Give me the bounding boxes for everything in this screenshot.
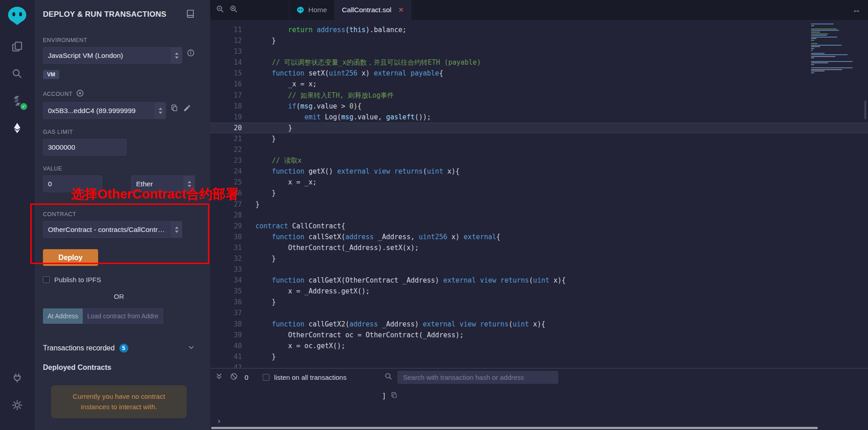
code-line[interactable]: 20 } (210, 123, 868, 133)
search-icon[interactable] (7, 63, 28, 84)
line-number[interactable]: 22 (210, 144, 242, 155)
settings-icon[interactable] (7, 395, 28, 416)
remix-logo[interactable] (7, 5, 28, 26)
publish-ipfs-checkbox[interactable] (43, 276, 50, 283)
code-line[interactable]: 33 (210, 264, 868, 275)
line-number[interactable]: 39 (210, 330, 242, 340)
line-number[interactable]: 36 (210, 297, 242, 307)
chevron-down-icon[interactable] (188, 344, 195, 353)
line-number[interactable]: 34 (210, 275, 242, 286)
at-address-button[interactable]: At Address (43, 308, 83, 324)
gas-limit-input[interactable] (43, 139, 127, 156)
line-number[interactable]: 29 (210, 221, 242, 232)
code-line[interactable]: 14 // 可以调整状态变量_x的函数，并且可以往合约转ETH (payable… (210, 57, 868, 68)
terminal-prompt[interactable]: › (217, 416, 222, 425)
line-number[interactable]: 31 (210, 242, 242, 253)
line-number[interactable]: 35 (210, 286, 242, 297)
code-line[interactable]: 11 return address(this).balance; (210, 24, 868, 35)
line-number[interactable]: 13 (210, 46, 242, 57)
line-number[interactable]: 11 (210, 24, 242, 35)
minimap[interactable] (811, 24, 856, 75)
code-line[interactable]: 25 x = _x; (210, 177, 868, 188)
solidity-compiler-icon[interactable]: ✓ (7, 90, 28, 111)
code-editor[interactable]: 11 return address(this).balance;12 }1314… (210, 20, 868, 368)
line-number[interactable]: 26 (210, 188, 242, 198)
code-line[interactable]: 38 function callGetX2(address _Address) … (210, 319, 868, 330)
zoom-out-icon[interactable] (216, 5, 225, 15)
line-number[interactable]: 42 (210, 362, 242, 368)
account-select[interactable]: 0x5B3...eddC4 (89.9999999 (43, 102, 166, 119)
code-line[interactable]: 41 } (210, 351, 868, 362)
line-number[interactable]: 41 (210, 351, 242, 362)
code-line[interactable]: 15 function setX(uint256 x) external pay… (210, 68, 868, 79)
line-number[interactable]: 15 (210, 68, 242, 79)
line-number[interactable]: 30 (210, 232, 242, 242)
value-unit-select[interactable]: Ether (131, 175, 195, 192)
line-number[interactable]: 32 (210, 253, 242, 264)
tab-home[interactable]: Home (289, 0, 335, 20)
line-number[interactable]: 25 (210, 177, 242, 188)
code-line[interactable]: 24 function getX() external view returns… (210, 166, 868, 177)
line-number[interactable]: 38 (210, 319, 242, 330)
code-line[interactable]: 17 // 如果转入ETH, 则释放Log事件 (210, 90, 868, 101)
listen-transactions-checkbox[interactable] (263, 374, 269, 381)
line-number[interactable]: 12 (210, 35, 242, 46)
code-line[interactable]: 42 (210, 362, 868, 368)
deploy-button[interactable]: Deploy (43, 249, 98, 266)
terminal-output[interactable]: ] › (210, 386, 868, 430)
documentation-icon[interactable] (186, 9, 195, 20)
at-address-input[interactable] (83, 308, 163, 324)
tab-callcontract[interactable]: CallContract.sol ✕ (335, 0, 411, 20)
line-number[interactable]: 24 (210, 166, 242, 177)
code-line[interactable]: 36 } (210, 297, 868, 307)
line-number[interactable]: 40 (210, 340, 242, 351)
environment-select[interactable]: JavaScript VM (London) (43, 47, 182, 64)
line-number[interactable]: 19 (210, 112, 242, 123)
line-number[interactable]: 28 (210, 210, 242, 221)
code-line[interactable]: 37 (210, 307, 868, 318)
copy-output-icon[interactable] (391, 392, 398, 401)
line-number[interactable]: 18 (210, 101, 242, 112)
code-line[interactable]: 23 // 读取x (210, 155, 868, 166)
tab-close-icon[interactable]: ✕ (398, 6, 404, 14)
line-number[interactable]: 14 (210, 57, 242, 68)
environment-info-icon[interactable] (187, 49, 195, 59)
code-line[interactable]: 18 if(msg.value > 0){ (210, 101, 868, 112)
line-number[interactable]: 33 (210, 264, 242, 275)
terminal-search-input[interactable] (397, 371, 558, 384)
code-line[interactable]: 30 function callSetX(address _Address, u… (210, 232, 868, 242)
code-line[interactable]: 19 emit Log(msg.value, gasleft()); (210, 112, 868, 123)
file-explorer-icon[interactable] (7, 36, 28, 57)
code-line[interactable]: 27} (210, 199, 868, 210)
code-line[interactable]: 39 OtherContract oc = OtherContract(_Add… (210, 330, 868, 340)
add-account-icon[interactable] (76, 89, 84, 99)
code-line[interactable]: 28 (210, 210, 868, 221)
code-line[interactable]: 35 x = _Address.getX(); (210, 286, 868, 297)
editor-scrollbar[interactable] (864, 100, 866, 119)
line-number[interactable]: 23 (210, 155, 242, 166)
code-line[interactable]: 16 _x = x; (210, 79, 868, 90)
line-number[interactable]: 16 (210, 79, 242, 90)
code-line[interactable]: 34 function callGetX(OtherContract _Addr… (210, 275, 868, 286)
line-number[interactable]: 20 (210, 123, 242, 133)
panel-resize-icon[interactable]: ↔ (852, 0, 861, 20)
copy-account-icon[interactable] (170, 104, 179, 114)
code-line[interactable]: 12 } (210, 35, 868, 46)
code-line[interactable]: 21 } (210, 133, 868, 144)
deploy-run-icon[interactable] (7, 118, 28, 138)
transactions-recorded-row[interactable]: Transactions recorded 5 (43, 344, 195, 353)
clear-console-icon[interactable] (230, 372, 238, 383)
line-number[interactable]: 21 (210, 133, 242, 144)
terminal-hscrollbar[interactable] (211, 427, 818, 429)
code-line[interactable]: 13 (210, 46, 868, 57)
plugin-manager-icon[interactable] (7, 368, 28, 388)
code-line[interactable]: 32 } (210, 253, 868, 264)
code-line[interactable]: 26 } (210, 188, 868, 198)
line-number[interactable]: 27 (210, 199, 242, 210)
contract-select[interactable]: OtherContract - contracts/CallContract (43, 221, 182, 238)
code-line[interactable]: 22 (210, 144, 868, 155)
zoom-in-icon[interactable] (229, 5, 238, 15)
value-input[interactable] (43, 175, 102, 192)
sign-message-icon[interactable] (183, 104, 191, 114)
code-line[interactable]: 40 x = oc.getX(); (210, 340, 868, 351)
